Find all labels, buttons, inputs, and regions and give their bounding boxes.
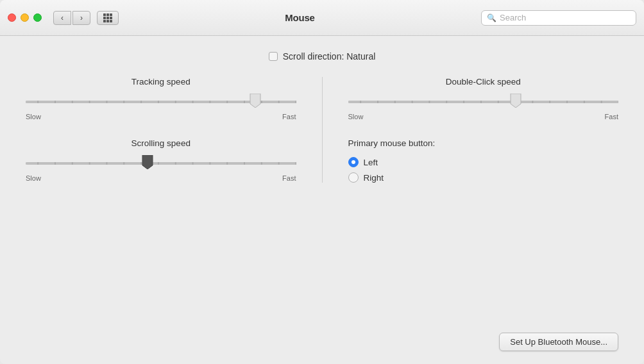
traffic-lights	[8, 13, 42, 22]
settings-grid: Tracking speed	[26, 77, 618, 183]
forward-button[interactable]: ›	[72, 11, 90, 25]
double-click-speed-group: Double-Click speed	[348, 77, 619, 120]
scrolling-speed-labels: Slow Fast	[26, 174, 296, 182]
svg-marker-62	[511, 94, 521, 108]
minimize-button[interactable]	[21, 13, 29, 22]
double-click-speed-slow: Slow	[348, 113, 364, 120]
svg-rect-2	[110, 13, 112, 16]
svg-rect-7	[106, 20, 109, 22]
scroll-direction-checkbox[interactable]	[269, 52, 278, 61]
scrolling-speed-track-wrapper	[26, 154, 296, 172]
primary-mouse-button-title: Primary mouse button:	[348, 138, 436, 148]
tracking-speed-group: Tracking speed	[26, 77, 296, 120]
svg-rect-1	[106, 13, 109, 16]
double-click-speed-title: Double-Click speed	[446, 77, 521, 87]
nav-buttons: ‹ ›	[53, 11, 90, 25]
svg-rect-3	[103, 17, 106, 19]
radio-right-button[interactable]	[348, 172, 359, 183]
search-input[interactable]	[500, 13, 631, 22]
window: ‹ › Mouse 🔍 Scroll	[0, 0, 644, 364]
tracking-speed-title: Tracking speed	[131, 77, 191, 87]
scroll-direction-label: Scroll direction: Natural	[283, 51, 376, 62]
svg-rect-8	[110, 20, 112, 22]
double-click-speed-track	[348, 101, 619, 103]
bottom-bar: Set Up Bluetooth Mouse...	[499, 333, 618, 351]
tracking-speed-fast: Fast	[282, 113, 296, 120]
scrolling-speed-title: Scrolling speed	[131, 138, 191, 148]
primary-mouse-button-group: Primary mouse button: Left Right	[348, 138, 619, 183]
scrolling-speed-fast: Fast	[282, 174, 296, 182]
tracking-speed-slider-container: Slow Fast	[26, 93, 296, 120]
svg-marker-26	[250, 94, 260, 108]
scrolling-speed-track	[26, 162, 296, 165]
svg-rect-0	[103, 13, 106, 16]
window-title: Mouse	[125, 12, 475, 23]
scrolling-speed-slow: Slow	[26, 174, 41, 182]
scrolling-speed-group: Scrolling speed	[26, 138, 296, 182]
settings-left: Tracking speed	[26, 77, 323, 183]
radio-right-row[interactable]: Right	[348, 172, 384, 183]
double-click-speed-slider-container: Slow Fast	[348, 93, 619, 120]
svg-marker-44	[142, 155, 153, 169]
tracking-speed-thumb[interactable]	[250, 94, 261, 108]
double-click-speed-track-wrapper	[348, 93, 619, 111]
search-box: 🔍	[481, 10, 636, 26]
radio-right-label: Right	[364, 173, 384, 183]
maximize-button[interactable]	[33, 13, 42, 22]
scrolling-speed-slider-container: Slow Fast	[26, 154, 296, 182]
primary-mouse-button-radio-group: Left Right	[348, 157, 384, 183]
bluetooth-button[interactable]: Set Up Bluetooth Mouse...	[499, 333, 618, 351]
double-click-speed-labels: Slow Fast	[348, 113, 619, 120]
tracking-speed-labels: Slow Fast	[26, 113, 296, 120]
double-click-speed-fast: Fast	[605, 113, 618, 120]
titlebar: ‹ › Mouse 🔍	[0, 0, 644, 36]
tracking-speed-track-wrapper	[26, 93, 296, 111]
search-icon: 🔍	[487, 13, 496, 22]
grid-button[interactable]	[97, 11, 119, 25]
settings-right: Double-Click speed	[323, 77, 619, 183]
svg-rect-5	[110, 17, 112, 19]
tracking-speed-slow: Slow	[26, 113, 41, 120]
close-button[interactable]	[8, 13, 16, 22]
scrolling-speed-thumb[interactable]	[142, 155, 153, 169]
content: Scroll direction: Natural Tracking speed	[0, 36, 644, 364]
radio-left-label: Left	[364, 158, 378, 167]
svg-rect-6	[103, 20, 106, 22]
back-button[interactable]: ‹	[53, 11, 71, 25]
double-click-speed-thumb[interactable]	[510, 94, 521, 108]
radio-left-button[interactable]	[348, 157, 359, 167]
radio-left-row[interactable]: Left	[348, 157, 384, 167]
svg-rect-4	[106, 17, 109, 19]
scroll-direction-row: Scroll direction: Natural	[269, 51, 376, 62]
